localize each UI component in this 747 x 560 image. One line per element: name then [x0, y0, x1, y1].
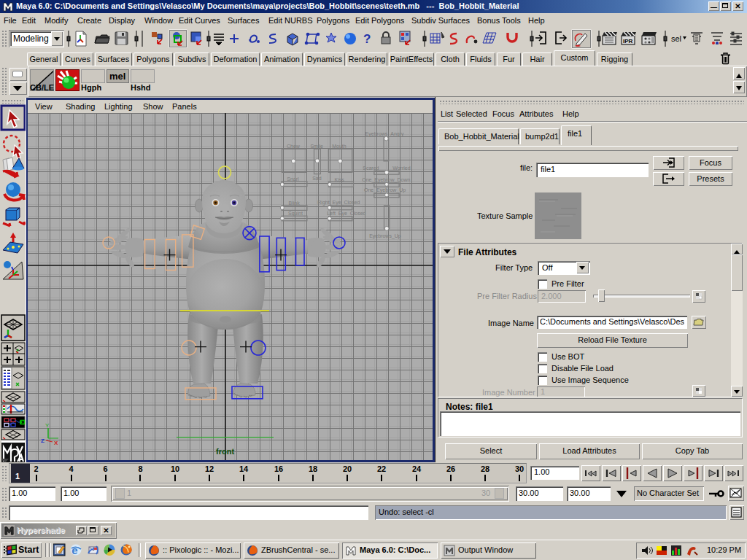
svg-text:IPR: IPR	[623, 38, 633, 44]
svg-text:16: 16	[274, 464, 283, 473]
svg-text:X: X	[54, 440, 58, 446]
svg-text:front: front	[216, 447, 234, 456]
svg-text:One_Eyebrow_Up: One_Eyebrow_Up	[364, 187, 406, 193]
svg-text:Z: Z	[41, 438, 44, 444]
svg-text:22: 22	[377, 464, 386, 473]
svg-text:Eyebrows_Angry: Eyebrows_Angry	[365, 131, 404, 137]
svg-text:12: 12	[205, 464, 214, 473]
svg-text:28: 28	[481, 464, 489, 473]
svg-text:Snarl: Snarl	[287, 176, 299, 182]
svg-text:e: e	[71, 544, 77, 556]
svg-text:Kiss: Kiss	[335, 177, 345, 182]
svg-text:Y: Y	[45, 422, 50, 429]
svg-text:Chew: Chew	[287, 144, 301, 149]
svg-text:8: 8	[138, 464, 142, 473]
svg-text:Worried: Worried	[392, 166, 410, 171]
svg-text:Right_Eye_Closed: Right_Eye_Closed	[317, 200, 360, 206]
svg-text:20: 20	[343, 464, 352, 473]
svg-text:?: ?	[363, 32, 371, 46]
svg-text:Blink: Blink	[289, 201, 301, 206]
svg-text:One_Eyebrow_Down: One_Eyebrow_Down	[362, 177, 410, 183]
svg-text:sel: sel	[671, 34, 681, 43]
svg-text:Left_Eye_Closed: Left_Eye_Closed	[327, 211, 365, 217]
svg-text:Sad: Sad	[312, 176, 322, 181]
svg-text:Squint: Squint	[288, 211, 303, 217]
svg-text:24: 24	[412, 464, 422, 473]
svg-text:18: 18	[309, 464, 317, 473]
svg-text:10: 10	[171, 464, 179, 473]
svg-text:26: 26	[446, 464, 455, 473]
svg-text:30: 30	[515, 464, 524, 473]
svg-text:14: 14	[239, 464, 249, 473]
svg-text:Eyebrows_Up: Eyebrows_Up	[369, 233, 401, 239]
svg-text:Mouth: Mouth	[332, 144, 347, 149]
svg-text:Scared: Scared	[363, 166, 379, 171]
svg-text:2: 2	[34, 464, 38, 473]
svg-text:6: 6	[103, 464, 107, 473]
svg-text:Smile: Smile	[310, 144, 323, 149]
svg-text:4: 4	[69, 464, 74, 473]
